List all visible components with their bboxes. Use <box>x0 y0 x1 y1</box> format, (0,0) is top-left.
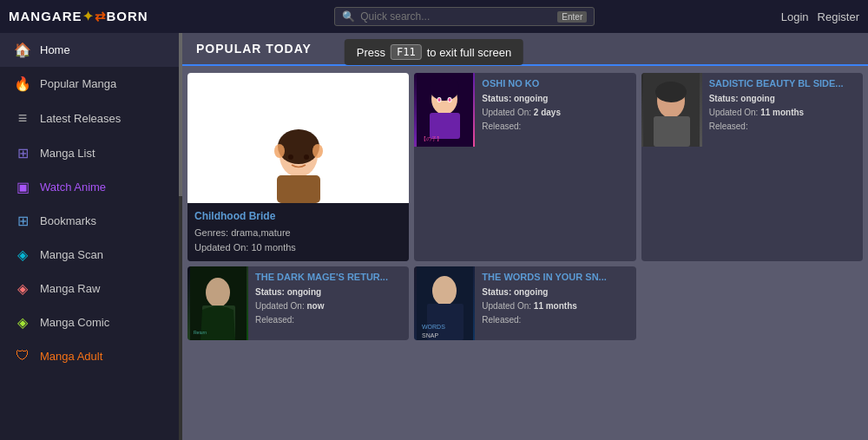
card-thumbnail <box>641 73 702 147</box>
sidebar-item-label: Watch Anime <box>40 181 106 194</box>
card-inner: 【の子】 Oshi no Ko Status: ongoing Updated … <box>414 73 635 147</box>
status-label: Status: <box>482 94 511 103</box>
card-thumbnail: 【の子】 <box>414 73 475 147</box>
main-layout: 🏠 Home 🔥 Popular Manga ≡ Latest Releases… <box>0 33 868 440</box>
sidebar-scroll-thumb <box>179 33 182 196</box>
svg-point-2 <box>274 144 285 158</box>
register-button[interactable]: Register <box>818 10 859 23</box>
updated-value: 11 months <box>760 108 804 117</box>
card-body: Oshi no Ko Status: ongoing Updated On: 2… <box>475 73 635 147</box>
f11-key-badge: F11 <box>391 44 422 60</box>
card-title: Oshi no Ko <box>482 78 628 89</box>
enter-badge: Enter <box>557 11 587 23</box>
card-detail: Genres: drama,mature Updated On: 10 mont… <box>194 226 402 254</box>
released-label: Released: <box>482 121 521 131</box>
fire-icon: 🔥 <box>14 76 31 92</box>
svg-text:SNAP: SNAP <box>422 332 438 338</box>
updated-label: Updated On: <box>255 301 305 311</box>
svg-point-9 <box>430 76 459 101</box>
logo: MANGARE✦⇄BORN <box>9 9 148 24</box>
login-button[interactable]: Login <box>781 10 809 23</box>
card-dark-mage[interactable]: Return The Dark Mage's Retur... Status: … <box>187 266 409 340</box>
card-thumbnail: Return <box>187 266 248 340</box>
bookmark-icon: ⊞ <box>14 213 31 229</box>
svg-point-1 <box>278 129 319 164</box>
search-bar[interactable]: 🔍 Enter <box>334 7 595 26</box>
sidebar-item-watch-anime[interactable]: ▣ Watch Anime <box>0 170 182 204</box>
svg-text:WORDS: WORDS <box>422 324 445 330</box>
svg-rect-10 <box>430 113 460 139</box>
card-detail: Status: ongoing Updated On: 2 days Relea… <box>482 92 628 134</box>
status-value: ongoing <box>514 94 548 103</box>
card-childhood-bride[interactable]: Childhood Bride Genres: drama,mature Upd… <box>187 73 409 261</box>
status-label: Status: <box>255 287 285 297</box>
sidebar-item-popular-manga[interactable]: 🔥 Popular Manga <box>0 67 182 101</box>
thumbnail-art: Return <box>190 266 247 340</box>
svg-point-5 <box>288 154 293 160</box>
thumbnail-art: 【の子】 <box>417 73 473 147</box>
status-label: Status: <box>482 287 511 297</box>
svg-point-21 <box>206 278 230 307</box>
card-body: The Dark Mage's Retur... Status: ongoing… <box>248 266 409 340</box>
card-detail: Status: ongoing Updated On: now Released… <box>255 286 402 327</box>
sidebar-item-manga-adult[interactable]: 🛡 Manga Adult <box>0 339 182 372</box>
manga-grid: Childhood Bride Genres: drama,mature Upd… <box>182 66 868 345</box>
status-value: ongoing <box>287 287 321 297</box>
svg-text:【の子】: 【の子】 <box>421 136 442 141</box>
tooltip-press-label: Press <box>357 46 385 59</box>
logo-arrow-icon: ⇄ <box>95 9 107 23</box>
sidebar-item-label: Manga Raw <box>40 282 100 295</box>
fullscreen-tooltip: Press F11 to exit full screen <box>345 39 523 65</box>
sidebar-item-manga-scan[interactable]: ◈ Manga Scan <box>0 238 182 272</box>
card-inner: Sadistic Beauty BL Side... Status: ongoi… <box>641 73 863 147</box>
sidebar-item-latest-releases[interactable]: ≡ Latest Releases <box>0 101 182 136</box>
tooltip-message: to exit full screen <box>427 46 512 59</box>
sidebar-item-label: Latest Releases <box>40 112 121 125</box>
sidebar-item-home[interactable]: 🏠 Home <box>0 33 182 67</box>
search-input[interactable] <box>360 10 557 23</box>
sidebar-item-label: Popular Manga <box>40 77 116 90</box>
svg-point-13 <box>437 98 440 102</box>
logo-star-icon: ✦ <box>82 9 95 23</box>
content-area: Popular Today Press F11 to exit full scr… <box>182 33 868 440</box>
card-sadistic-beauty[interactable]: Sadistic Beauty BL Side... Status: ongoi… <box>641 73 863 261</box>
updated-label: Updated On: <box>482 108 531 117</box>
search-icon: 🔍 <box>342 10 355 23</box>
header: MANGARE✦⇄BORN 🔍 Enter Login Register <box>0 0 868 33</box>
sidebar-item-manga-list[interactable]: ⊞ Manga List <box>0 136 182 170</box>
card-inner: Return The Dark Mage's Retur... Status: … <box>187 266 409 340</box>
grid-icon: ⊞ <box>14 145 31 161</box>
card-image <box>187 73 409 203</box>
sidebar-scrollbar <box>179 33 182 440</box>
card-title: The Dark Mage's Retur... <box>255 272 402 282</box>
card-detail: Status: ongoing Updated On: 11 months Re… <box>709 92 856 134</box>
updated-label: Updated On: <box>194 242 248 253</box>
status-label: Status: <box>709 94 739 103</box>
section-header: Popular Today <box>182 33 868 66</box>
updated-value: now <box>307 301 325 311</box>
updated-value: 10 months <box>251 242 295 253</box>
logo-text-born: BORN <box>107 9 148 23</box>
updated-label: Updated On: <box>482 301 531 311</box>
section-title: Popular Today <box>196 42 312 56</box>
sidebar-item-bookmarks[interactable]: ⊞ Bookmarks <box>0 204 182 238</box>
anime-icon: ▣ <box>14 179 31 195</box>
status-value: ongoing <box>514 287 548 297</box>
card-info: Childhood Bride Genres: drama,mature Upd… <box>187 203 409 261</box>
sidebar-item-label: Bookmarks <box>40 214 96 227</box>
sidebar-item-manga-raw[interactable]: ◈ Manga Raw <box>0 272 182 305</box>
released-label: Released: <box>709 121 748 131</box>
card-words-in-your-sn[interactable]: WORDS SNAP The Words in Your Sn... Statu… <box>414 266 635 340</box>
logo-text-mangare: MANGARE <box>9 9 82 23</box>
card-body: The Words in Your Sn... Status: ongoing … <box>475 266 635 340</box>
list-icon: ≡ <box>14 109 31 128</box>
card-body: Sadistic Beauty BL Side... Status: ongoi… <box>702 73 863 147</box>
genres-label: Genres: <box>194 227 228 238</box>
home-icon: 🏠 <box>14 42 31 58</box>
sidebar-item-label: Manga Scan <box>40 248 103 261</box>
sidebar-item-label: Manga List <box>40 147 95 160</box>
character-illustration <box>247 125 351 203</box>
sidebar-item-manga-comic[interactable]: ◈ Manga Comic <box>0 305 182 339</box>
card-oshi-no-ko[interactable]: 【の子】 Oshi no Ko Status: ongoing Updated … <box>414 73 635 261</box>
sidebar-item-label: Manga Adult <box>40 350 102 363</box>
